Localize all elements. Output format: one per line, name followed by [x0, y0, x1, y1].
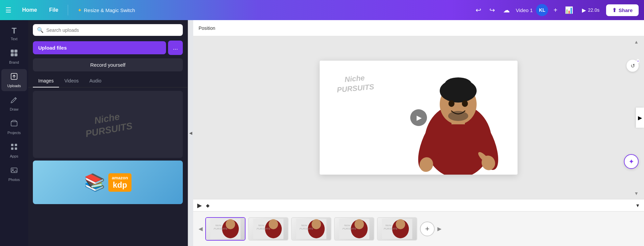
home-nav-button[interactable]: Home	[18, 5, 41, 15]
preview-play-button[interactable]: ▶ 22.0s	[579, 5, 603, 15]
cloud-save-icon[interactable]: ☁	[501, 4, 512, 16]
magic-star-icon: ✦	[629, 158, 634, 166]
svg-point-24	[462, 100, 468, 107]
resize-magic-label: Resize & Magic Switch	[84, 7, 135, 13]
timeline-thumb-5[interactable]: Niche PURSUITS	[377, 217, 417, 241]
timeline-thumb-2[interactable]: Niche PURSUITS	[248, 217, 288, 241]
sidebar-item-label: Brand	[9, 60, 19, 64]
svg-point-17	[445, 77, 472, 91]
upload-files-button[interactable]: Upload files	[33, 41, 166, 54]
scroll-up-button[interactable]: ▲	[634, 39, 639, 45]
sidebar-item-label: Uploads	[7, 84, 21, 88]
document-title[interactable]: Video 1	[516, 7, 533, 13]
search-box: 🔍	[33, 24, 183, 36]
tabs-row: Images Videos Audio	[28, 75, 187, 87]
amazon-text: amazon	[112, 175, 128, 180]
search-container: 🔍	[28, 20, 187, 39]
navbar: ☰ Home File ✦ Resize & Magic Switch ↩ ↪ …	[0, 0, 644, 20]
amazon-kdp-badge: amazon kdp	[108, 173, 131, 192]
sidebar-item-text[interactable]: T Text	[1, 23, 27, 44]
timeline-thumb-inner: Niche PURSUITS	[206, 218, 245, 240]
plus-badge: +	[637, 59, 639, 63]
chart-icon[interactable]: 📊	[563, 4, 575, 16]
undo-button[interactable]: ↩	[474, 4, 483, 16]
position-label[interactable]: Position	[199, 25, 215, 31]
video-play-button[interactable]: ▶	[410, 109, 427, 126]
canvas-frame: Niche PURSUITS	[320, 61, 518, 175]
record-yourself-button[interactable]: Record yourself	[33, 58, 183, 71]
timeline-thumb-1[interactable]: Niche PURSUITS	[205, 217, 246, 241]
timeline-play-button[interactable]: ▶	[197, 202, 202, 209]
timeline-scroll-left-icon[interactable]: ◀	[199, 226, 203, 232]
share-button[interactable]: ⬆ Share	[606, 4, 639, 16]
redo-button[interactable]: ↪	[487, 4, 497, 16]
svg-text:Niche: Niche	[258, 224, 264, 227]
tab-images[interactable]: Images	[33, 75, 59, 87]
timeline-expand-icon[interactable]: ▼	[635, 203, 640, 208]
svg-point-25	[448, 111, 468, 121]
play-icon: ▶	[582, 7, 586, 13]
photos-icon	[10, 166, 18, 176]
canvas-area: Position ◀ Niche PURSUITS	[193, 20, 644, 246]
amazon-kdp-inner: 📚 amazon kdp	[84, 173, 131, 192]
timeline-area: ▶ ◆ ▼ ◀ Niche PURSU	[193, 199, 644, 246]
svg-text:PURSUITS: PURSUITS	[300, 227, 313, 230]
main-area: T Text Brand Uploads	[0, 20, 644, 246]
sidebar-item-uploads[interactable]: Uploads	[1, 69, 27, 91]
svg-rect-0	[11, 50, 14, 53]
timeline-thumb-4[interactable]: Niche PURSUITS	[334, 217, 374, 241]
uploads-scroll-area[interactable]: 🔍 Upload files ... Record yourself Image…	[28, 20, 187, 246]
collapse-panel-button[interactable]: ◀	[188, 20, 193, 246]
sidebar-item-projects[interactable]: Projects	[1, 116, 27, 138]
apps-icon	[10, 143, 18, 153]
navbar-right: Video 1 KL + 📊 ▶ 22.0s ⬆ Share	[516, 4, 639, 16]
magic-button[interactable]: ✦	[624, 154, 639, 169]
scroll-down-button[interactable]: ▼	[634, 190, 639, 196]
svg-text:PURSUITS: PURSUITS	[214, 227, 227, 230]
hamburger-menu-icon[interactable]: ☰	[5, 6, 11, 14]
timeline-thumb-3[interactable]: Niche PURSUITS	[291, 217, 331, 241]
tab-videos[interactable]: Videos	[59, 75, 84, 87]
sidebar-item-label: Apps	[10, 154, 18, 158]
svg-rect-6	[11, 122, 17, 126]
uploads-icon	[10, 72, 18, 82]
timeline-controls: ▶ ◆ ▼	[193, 199, 644, 211]
sidebar-item-label: Text	[11, 37, 17, 41]
add-collaborator-button[interactable]: +	[551, 4, 559, 16]
sidebar-item-draw[interactable]: Draw	[1, 93, 27, 115]
share-icon: ⬆	[612, 7, 616, 13]
timeline-add-button[interactable]: +	[420, 222, 435, 236]
file-nav-button[interactable]: File	[45, 5, 62, 15]
svg-rect-8	[15, 144, 17, 146]
timeline-scroll-right-icon[interactable]: ▶	[437, 226, 441, 232]
sidebar-item-apps[interactable]: Apps	[1, 139, 27, 162]
svg-text:PURSUITS: PURSUITS	[384, 227, 397, 230]
sidebar-item-brand[interactable]: Brand	[1, 46, 27, 68]
niche-pursuits-upload-item[interactable]: Niche PURSUITS	[33, 91, 183, 158]
search-input[interactable]	[46, 27, 179, 33]
chevron-right-icon: ▶	[638, 115, 642, 121]
sidebar-item-label: Photos	[8, 178, 20, 182]
amazon-kdp-upload-item[interactable]: 📚 amazon kdp	[33, 161, 183, 204]
tab-audio[interactable]: Audio	[84, 75, 107, 87]
avatar[interactable]: KL	[536, 4, 548, 16]
canvas-viewport[interactable]: ◀ Niche PURSUITS	[193, 36, 644, 199]
svg-text:Niche: Niche	[301, 224, 307, 227]
svg-point-23	[448, 100, 454, 107]
timeline-track-area[interactable]: ◀ Niche PURSUITS	[193, 211, 644, 246]
niche-watermark: Niche PURSUITS	[83, 109, 133, 140]
refresh-button[interactable]: ↺ +	[627, 60, 639, 72]
canvas-right-controls: ↺ +	[627, 60, 639, 72]
sidebar-item-photos[interactable]: Photos	[1, 163, 27, 185]
resize-magic-button[interactable]: ✦ Resize & Magic Switch	[73, 5, 139, 15]
search-icon: 🔍	[37, 27, 44, 33]
niche-pursuits-logo: Niche PURSUITS	[336, 72, 375, 95]
duration-label: 22.0s	[588, 7, 599, 13]
svg-rect-2	[11, 53, 14, 56]
uploads-grid: Niche PURSUITS 📚 amazon kdp	[28, 87, 187, 207]
upload-more-button[interactable]: ...	[168, 41, 183, 55]
svg-text:Niche: Niche	[385, 224, 391, 227]
draw-icon	[10, 96, 18, 106]
refresh-icon: ↺	[631, 63, 635, 69]
canvas-scroll-right-button[interactable]: ▶	[636, 108, 644, 128]
